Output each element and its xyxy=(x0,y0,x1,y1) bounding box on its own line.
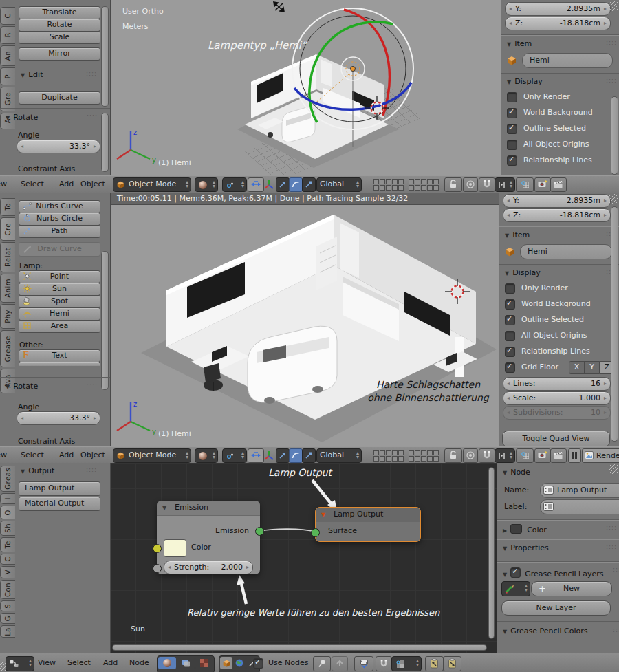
menu-select[interactable]: Select xyxy=(21,176,44,192)
render-opengl-button[interactable] xyxy=(534,448,551,463)
lamp-hemi-button[interactable]: Hemi xyxy=(19,307,100,321)
tab-sh[interactable]: Sh xyxy=(0,521,15,536)
scale-button[interactable]: Scale xyxy=(19,31,100,44)
node-label-field[interactable] xyxy=(540,499,619,514)
nurbs-circle-button[interactable]: Nurbs Circle xyxy=(19,213,100,226)
path-button[interactable]: Path xyxy=(19,225,100,238)
tab-anim[interactable]: Anim xyxy=(0,274,15,303)
collapse-triangle-icon[interactable]: ▼ xyxy=(162,505,166,511)
snap-target-button[interactable] xyxy=(516,448,534,463)
go-to-parent-button[interactable] xyxy=(332,656,348,671)
menu-add[interactable]: Add xyxy=(59,176,74,192)
corner-resize-grip[interactable] xyxy=(609,1,618,11)
nurbs-curve-button[interactable]: Nurbs Curve xyxy=(19,200,100,213)
color-panel-header[interactable]: ▶Color:::: xyxy=(503,524,547,534)
text-button[interactable]: F Text xyxy=(19,349,100,362)
menu-view[interactable]: View xyxy=(0,176,7,192)
toolshelf-scrollbar[interactable] xyxy=(101,251,109,390)
lamp-output-button[interactable]: Lamp Output xyxy=(19,481,100,496)
orientation-dropdown[interactable]: Global▴▾ xyxy=(316,177,362,192)
properties-panel-header[interactable]: ▼Properties:::: xyxy=(503,543,549,554)
mode-dropdown[interactable]: Object Mode▴▾ xyxy=(113,448,191,463)
all-object-origins-checkbox[interactable] xyxy=(507,140,517,150)
outline-selected-checkbox[interactable] xyxy=(507,124,517,134)
outline-selected-checkbox[interactable] xyxy=(505,315,515,325)
tab-greas[interactable]: Greas xyxy=(0,466,15,492)
make-group-button[interactable] xyxy=(354,656,373,671)
world-shader-button[interactable] xyxy=(233,657,246,669)
display-panel-header[interactable]: ▼Display:::: xyxy=(505,268,541,279)
tab-c[interactable]: C xyxy=(0,7,15,25)
tab-to[interactable]: To xyxy=(0,198,15,216)
gp-layers-checkbox[interactable] xyxy=(510,567,521,578)
color-input-socket[interactable] xyxy=(153,544,162,553)
proportional-edit-button[interactable] xyxy=(463,448,478,463)
tab-c2[interactable]: C xyxy=(0,554,15,565)
menu-select[interactable]: Select xyxy=(21,447,44,463)
mode-dropdown[interactable]: Object Mode▴▾ xyxy=(113,177,191,192)
tab-grease[interactable]: Grease xyxy=(0,330,15,367)
render-opengl-button[interactable] xyxy=(534,177,551,192)
node-panel-header[interactable]: ▼Node:::: xyxy=(503,468,530,478)
snap-element-dropdown[interactable]: ▴▾ xyxy=(495,177,515,192)
world-background-checkbox[interactable] xyxy=(505,299,515,310)
z-location-field[interactable]: Z:-18.818cm xyxy=(503,208,611,222)
menu-object[interactable]: Object xyxy=(80,176,105,192)
menu-select[interactable]: Select xyxy=(67,655,91,671)
scale-manipulator-button[interactable] xyxy=(302,448,316,463)
z-location-field[interactable]: Z:-18.818cm xyxy=(505,17,611,30)
pin-button[interactable] xyxy=(313,656,331,671)
node-editor[interactable]: Lamp Output Relativ geringe Werte führen… xyxy=(110,463,497,653)
layer-grid-2[interactable] xyxy=(409,179,439,191)
new-layer-button[interactable]: New Layer xyxy=(501,600,611,616)
grease-pencil-colors-header[interactable]: ▼Grease Pencil Colors:::: xyxy=(503,627,588,637)
lamp-area-button[interactable]: Area xyxy=(19,320,100,333)
partial-button[interactable] xyxy=(19,362,100,366)
corner-resize-grip[interactable] xyxy=(609,194,618,204)
menu-view[interactable]: View xyxy=(0,447,7,463)
pause-render-button[interactable] xyxy=(568,448,581,463)
paste-nodes-button[interactable] xyxy=(443,656,461,671)
grid-axis-y-toggle[interactable]: Y xyxy=(584,361,600,374)
output-panel-header[interactable]: ▼Output:::: xyxy=(21,466,54,477)
relationship-lines-checkbox[interactable] xyxy=(505,347,515,357)
item-panel-header[interactable]: ▼Item:::: xyxy=(505,230,530,241)
mirror-button[interactable]: Mirror xyxy=(19,47,100,61)
object-name-field[interactable]: Hemi xyxy=(520,244,612,259)
manipulator-toggle-button[interactable] xyxy=(248,448,264,463)
tab-v[interactable]: V xyxy=(0,566,15,578)
lamp-sun-button[interactable]: Sun xyxy=(19,283,100,296)
tab-phy[interactable]: Phy xyxy=(0,304,15,329)
proportional-edit-button[interactable] xyxy=(463,177,478,192)
use-nodes-checkbox[interactable] xyxy=(253,658,263,669)
viewport-3d-top[interactable]: z y User Ortho Meters Lampentyp „Hemi“ (… xyxy=(110,0,501,175)
layer-grid-1[interactable] xyxy=(373,450,404,462)
node-editor-hscrollbar[interactable] xyxy=(112,644,487,651)
snap-magnet-button[interactable] xyxy=(479,448,495,463)
surface-input-socket[interactable] xyxy=(311,528,320,537)
translate-manipulator-button[interactable] xyxy=(276,177,290,192)
rotate-manipulator-button[interactable] xyxy=(289,177,303,192)
menu-view[interactable]: View xyxy=(38,655,56,671)
world-background-checkbox[interactable] xyxy=(507,108,517,118)
item-panel-header[interactable]: ▼Item:::: xyxy=(507,39,532,50)
lock-button[interactable] xyxy=(444,448,462,463)
tab-s[interactable]: S xyxy=(0,600,15,611)
rotate-panel-header[interactable]: ▼Rotate:::: xyxy=(6,382,38,392)
grid-floor-checkbox[interactable] xyxy=(505,362,515,373)
rotate-manipulator-button[interactable] xyxy=(289,448,303,463)
orientation-dropdown[interactable]: Global▴▾ xyxy=(316,448,362,463)
menu-node[interactable]: Node xyxy=(129,655,149,671)
menu-object[interactable]: Object xyxy=(80,447,105,463)
tab-g[interactable]: G xyxy=(0,613,15,624)
snap-magnet-button[interactable] xyxy=(479,177,495,192)
object-name-field[interactable]: Hemi xyxy=(522,53,613,68)
manipulator-toggle-button[interactable] xyxy=(248,177,264,192)
gp-new-button[interactable]: + New xyxy=(531,581,612,596)
render-animation-button[interactable] xyxy=(550,177,567,192)
snap-magnet-button[interactable] xyxy=(376,656,392,671)
gp-datablock-button[interactable]: ▴▾ xyxy=(501,581,530,596)
editor-type-dropdown[interactable]: ▴▾ xyxy=(6,656,34,671)
rotate-panel-header[interactable]: ▼Rotate:::: xyxy=(6,113,38,123)
viewport-3d-rendered[interactable]: z y Harte Schlagschatten ohne Binnenscha… xyxy=(110,205,499,446)
